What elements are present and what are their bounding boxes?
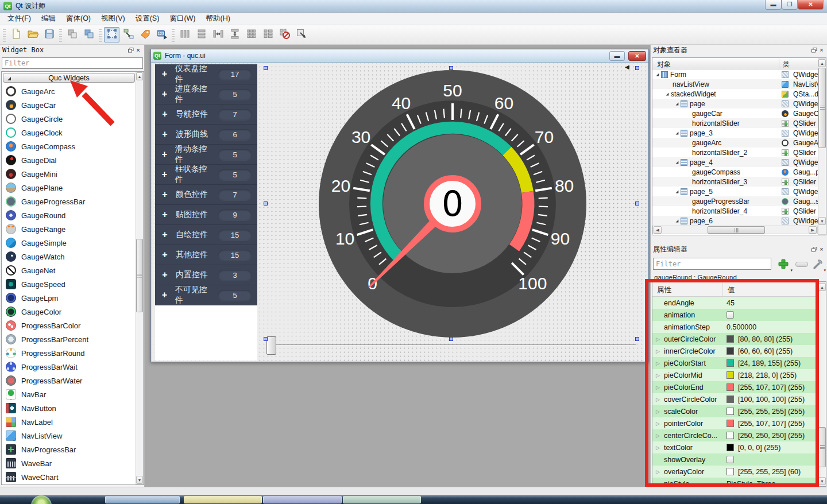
widget-item[interactable]: GaugeArc bbox=[3, 84, 136, 98]
tree-expand-icon[interactable] bbox=[656, 73, 659, 76]
scroll-thumb[interactable] bbox=[818, 427, 826, 467]
widget-item[interactable]: NavLabel bbox=[3, 415, 136, 429]
add-dynamic-property-button[interactable]: ▾ bbox=[775, 257, 792, 272]
widget-item[interactable]: GaugeSpeed bbox=[3, 277, 136, 291]
stacked-prev-arrow-icon[interactable]: ◀ bbox=[625, 64, 629, 70]
object-tree-row[interactable]: navListViewNavListV bbox=[652, 79, 818, 89]
selection-handle[interactable] bbox=[264, 337, 268, 341]
object-tree-row[interactable]: gaugeProgressBarGaug...s bbox=[652, 196, 818, 206]
widget-item[interactable]: GaugeLpm bbox=[3, 291, 136, 305]
widget-item[interactable]: GaugeCar bbox=[3, 98, 136, 112]
scroll-right-icon[interactable]: ▶ bbox=[809, 226, 817, 234]
menu-item-7[interactable]: 帮助(H) bbox=[201, 12, 235, 25]
scroll-up-icon[interactable]: ▲ bbox=[818, 59, 826, 67]
widget-item[interactable]: ProgressBarPercent bbox=[3, 332, 136, 346]
object-tree-row[interactable]: stackedWidgetQSta...dg bbox=[652, 89, 818, 99]
object-tree-row[interactable]: gaugeCarGaugeC bbox=[652, 108, 818, 118]
scroll-up-icon[interactable]: ▲ bbox=[818, 283, 826, 291]
new-form-button[interactable] bbox=[8, 27, 24, 42]
scroll-left-icon[interactable]: ◀ bbox=[654, 226, 662, 234]
tree-expand-icon[interactable] bbox=[676, 102, 679, 105]
scroll-up-icon[interactable]: ▲ bbox=[136, 72, 143, 80]
restore-button[interactable]: ❐ bbox=[782, 0, 798, 10]
slider-handle[interactable] bbox=[266, 336, 276, 355]
splitter-vertical-button[interactable] bbox=[227, 27, 242, 42]
scroll-down-icon[interactable]: ▼ bbox=[818, 477, 826, 485]
edit-widgets-button[interactable] bbox=[104, 27, 119, 42]
nav-list-item[interactable]: +仪表盘控件17 bbox=[155, 64, 257, 84]
selection-handle[interactable] bbox=[635, 66, 639, 70]
tree-expand-icon[interactable] bbox=[676, 190, 679, 193]
column-object[interactable]: 对象 bbox=[652, 58, 779, 69]
tree-expand-icon[interactable] bbox=[676, 219, 679, 222]
taskbar-button[interactable] bbox=[105, 496, 180, 503]
nav-list-item[interactable]: +贴图控件9 bbox=[155, 205, 257, 225]
nav-list-item[interactable]: +波形曲线6 bbox=[155, 125, 257, 145]
widget-list-scrollbar[interactable]: ▲ ▼ bbox=[136, 72, 144, 484]
widget-item[interactable]: GaugeSimple bbox=[3, 236, 136, 250]
selection-handle[interactable] bbox=[449, 337, 453, 341]
nav-list-item[interactable]: +柱状条控件5 bbox=[155, 165, 257, 185]
widget-item[interactable]: ProgressBarRound bbox=[3, 346, 136, 360]
edit-buddies-button[interactable] bbox=[137, 27, 153, 42]
property-filter-input[interactable] bbox=[653, 258, 771, 270]
form-title-bar[interactable]: Qt Form - quc.ui ▬ ✕ bbox=[151, 49, 648, 63]
scroll-thumb[interactable] bbox=[708, 226, 765, 234]
widget-item[interactable]: NavListView bbox=[3, 429, 136, 443]
widget-item[interactable]: GaugeNet bbox=[3, 263, 136, 277]
float-panel-icon[interactable] bbox=[127, 46, 134, 53]
widget-item[interactable]: GaugeWatch bbox=[3, 250, 136, 263]
widget-item[interactable]: WaveBar bbox=[3, 456, 136, 470]
scroll-thumb[interactable] bbox=[136, 239, 143, 312]
nav-list-item[interactable]: +其他控件15 bbox=[155, 245, 257, 265]
form-canvas[interactable]: +仪表盘控件17+进度条控件5+导航控件7+波形曲线6+滑动条控件5+柱状条控件… bbox=[152, 63, 648, 362]
object-tree-hscrollbar[interactable]: ◀ ▶ bbox=[652, 226, 818, 234]
taskbar-button-active[interactable] bbox=[184, 496, 262, 503]
widget-item[interactable]: GaugeDial bbox=[3, 153, 136, 167]
selection-handle[interactable] bbox=[264, 66, 268, 70]
widget-item[interactable]: NavProgressBar bbox=[3, 443, 136, 456]
configure-button[interactable]: ▾ bbox=[810, 257, 825, 272]
form-minimize-button[interactable]: ▬ bbox=[609, 51, 625, 61]
edit-tab-order-button[interactable]: 123 bbox=[154, 27, 169, 42]
adjust-size-button[interactable] bbox=[293, 27, 309, 42]
widget-item[interactable]: ProgressBarWater bbox=[3, 374, 136, 387]
category-quc-widgets[interactable]: Quc Widgets bbox=[3, 73, 135, 83]
selection-handle[interactable] bbox=[635, 337, 639, 341]
tree-expand-icon[interactable] bbox=[666, 92, 669, 95]
column-class[interactable]: 类 bbox=[779, 58, 790, 69]
close-button[interactable]: ✕ bbox=[798, 0, 824, 10]
save-form-button[interactable] bbox=[41, 27, 57, 42]
widget-item[interactable]: GaugeCircle bbox=[3, 112, 136, 126]
overlap-squares-gray-button[interactable] bbox=[64, 27, 80, 42]
close-panel-icon[interactable]: × bbox=[818, 246, 825, 253]
break-layout-button[interactable] bbox=[277, 27, 292, 42]
scroll-down-icon[interactable]: ▼ bbox=[136, 476, 143, 484]
start-button[interactable] bbox=[31, 495, 52, 504]
float-panel-icon[interactable] bbox=[810, 246, 818, 253]
widget-item[interactable]: NavButton bbox=[3, 401, 136, 415]
nav-list-item[interactable]: +进度条控件5 bbox=[155, 84, 257, 104]
object-tree-row[interactable]: page_6QWidge bbox=[652, 216, 818, 226]
widget-item[interactable]: WaveChart bbox=[3, 470, 136, 484]
object-tree-row[interactable]: page_5QWidge bbox=[652, 187, 818, 196]
minimize-button[interactable]: ▬ bbox=[765, 0, 782, 10]
menu-item-5[interactable]: 设置(S) bbox=[130, 12, 165, 25]
menu-item-1[interactable]: 文件(F) bbox=[2, 12, 36, 25]
tree-expand-icon[interactable] bbox=[676, 161, 679, 164]
scroll-down-icon[interactable]: ▼ bbox=[818, 217, 826, 225]
object-tree-row[interactable]: gaugeArcGaugeA bbox=[652, 138, 818, 148]
menu-item-3[interactable]: 窗体(O) bbox=[61, 12, 96, 25]
menu-item-6[interactable]: 窗口(W) bbox=[164, 12, 200, 25]
splitter-horizontal-button[interactable] bbox=[210, 27, 226, 42]
object-tree-row[interactable]: page_4QWidge bbox=[652, 157, 818, 167]
object-tree-row[interactable]: horizontalSlider_4QSlider bbox=[652, 206, 818, 216]
object-tree-row[interactable]: horizontalSlider_2QSlider bbox=[652, 148, 818, 157]
object-tree-row[interactable]: horizontalSliderQSlider bbox=[652, 118, 818, 128]
scroll-thumb[interactable] bbox=[818, 68, 826, 148]
object-tree-row[interactable]: gaugeCompassGaug...p bbox=[652, 167, 818, 177]
close-panel-icon[interactable]: × bbox=[134, 46, 142, 53]
overlap-squares-blue-button[interactable] bbox=[81, 27, 96, 42]
nav-list-item[interactable]: +自绘控件15 bbox=[155, 225, 257, 245]
layout-form-button[interactable] bbox=[260, 27, 276, 42]
